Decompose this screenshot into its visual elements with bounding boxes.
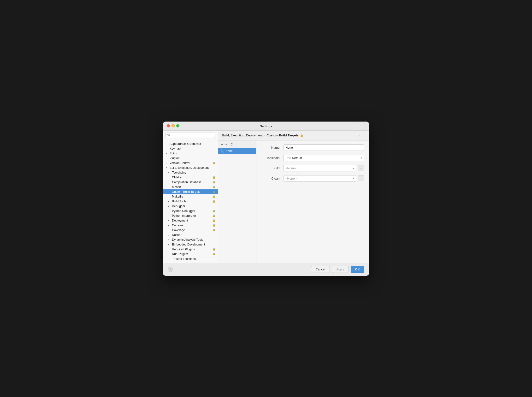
sidebar-item-coverage[interactable]: Coverage🔒 [163, 228, 218, 233]
sidebar-item-python-interpreter[interactable]: Python Interpreter🔒 [163, 213, 218, 218]
lock-icon: 🔒 [213, 248, 215, 250]
move-up-button[interactable]: ↑ [235, 142, 239, 147]
clean-row: Clean: <None> ▾ ... [261, 175, 364, 182]
chevron-icon: ▸ [168, 205, 171, 207]
move-down-button[interactable]: ↓ [239, 142, 243, 147]
sidebar-item-label: Plugins [169, 156, 215, 160]
sidebar-item-build-execution[interactable]: ▾Build, Execution, Deployment [163, 165, 218, 170]
sidebar-item-label: Run Targets [172, 252, 212, 256]
sidebar-tree: ▸Appearance & BehaviorKeymap▸EditorPlugi… [163, 140, 218, 263]
add-button[interactable]: + [220, 142, 224, 147]
build-row: Build: <None> ▾ ... [261, 165, 364, 171]
sidebar-item-label: CMake [172, 176, 212, 179]
list-item-label: None [225, 149, 233, 153]
sidebar-item-python-debugger[interactable]: Python Debugger🔒 [163, 209, 218, 213]
sidebar-item-console[interactable]: ▸Console🔒 [163, 223, 218, 228]
window-title: Settings [260, 124, 272, 128]
lock-icon: 🔒 [213, 210, 215, 212]
apply-button[interactable]: Apply [332, 266, 349, 273]
sidebar-item-embedded-dev[interactable]: ▸Embedded Development [163, 242, 218, 247]
sidebar-item-label: Toolchains [172, 171, 215, 174]
search-wrap[interactable]: 🔍 [165, 133, 215, 138]
nav-forward-button[interactable]: › [362, 133, 365, 138]
sidebar-item-plugins[interactable]: Plugins [163, 156, 218, 161]
list-items-area: 🔧None [218, 148, 256, 263]
breadcrumb-parent: Build, Execution, Deployment [222, 134, 263, 137]
sidebar-item-version-control[interactable]: ▸Version Control🔒 [163, 161, 218, 165]
sidebar-item-label: Debugger [172, 205, 215, 208]
sidebar-item-compilation-db[interactable]: Compilation Database🔒 [163, 180, 218, 185]
build-ellipsis-button[interactable]: ... [358, 165, 364, 171]
chevron-icon: ▸ [168, 219, 171, 222]
lock-icon: 🔒 [213, 176, 215, 179]
sidebar-item-required-plugins[interactable]: Required Plugins🔒 [163, 247, 218, 252]
clean-dropdown[interactable]: <None> ▾ [283, 175, 356, 182]
chevron-icon: ▸ [166, 162, 169, 164]
sidebar-item-appearance[interactable]: ▸Appearance & Behavior [163, 142, 218, 146]
sidebar-item-label: Console [172, 224, 212, 227]
ok-button[interactable]: OK [351, 266, 365, 273]
lock-icon: 🔒 [213, 229, 215, 231]
search-input[interactable] [171, 134, 213, 137]
sidebar-item-keymap[interactable]: Keymap [163, 146, 218, 151]
chevron-icon: ▸ [168, 243, 171, 246]
sidebar-item-run-targets[interactable]: Run Targets🔒 [163, 252, 218, 256]
sidebar-item-deployment[interactable]: ▸Deployment🔒 [163, 218, 218, 223]
nav-arrows: ‹ › [358, 133, 365, 138]
toolchain-dropdown[interactable]: UseDefault ▾ [283, 155, 364, 161]
sidebar-item-makefile[interactable]: Makefile🔒 [163, 194, 218, 199]
sidebar-item-label: Compilation Database [172, 180, 212, 184]
clean-dropdown-wrap: <None> ▾ ... [283, 175, 364, 182]
chevron-icon: ▸ [168, 224, 171, 227]
sidebar-item-docker[interactable]: ▸Docker [163, 233, 218, 237]
sidebar-item-label: Appearance & Behavior [169, 142, 215, 146]
remove-button[interactable]: − [225, 142, 229, 147]
sidebar-item-cmake[interactable]: CMake🔒 [163, 175, 218, 180]
name-label: Name: [261, 146, 280, 149]
help-button[interactable]: ? [168, 267, 173, 272]
sidebar-item-trusted-locations[interactable]: Trusted Locations [163, 256, 218, 261]
sidebar-item-label: Docker [172, 233, 215, 237]
build-value: <None> [285, 166, 296, 170]
sidebar-item-custom-build-targets[interactable]: Custom Build Targets🔒 [163, 189, 218, 194]
clean-value: <None> [285, 177, 296, 180]
sidebar-item-label: Build Tools [172, 200, 212, 203]
cancel-button[interactable]: Cancel [311, 266, 330, 273]
content-area: 🔍 ▸Appearance & BehaviorKeymap▸EditorPlu… [163, 131, 369, 263]
sidebar-item-label: Custom Build Targets [172, 190, 212, 193]
maximize-button[interactable] [176, 124, 179, 128]
panel-body: + − ⿻ ↑ ↓ 🔧None Name: [218, 141, 369, 263]
toolchain-use-label: UseDefault [285, 156, 302, 160]
sidebar-item-dynamic-analysis[interactable]: ▸Dynamic Analysis Tools [163, 237, 218, 242]
nav-back-button[interactable]: ‹ [358, 133, 361, 138]
close-button[interactable] [167, 124, 170, 128]
chevron-icon: ▸ [168, 171, 171, 174]
list-panel: + − ⿻ ↑ ↓ 🔧None [218, 141, 257, 263]
sidebar-item-label: Meson [172, 185, 212, 189]
sidebar-item-build-tools[interactable]: ▸Build Tools🔒 [163, 199, 218, 204]
breadcrumb-current: Custom Build Targets [266, 134, 299, 137]
sidebar-item-toolchains[interactable]: ▸Toolchains [163, 170, 218, 175]
lock-icon: 🔒 [213, 200, 215, 203]
settings-dialog: Settings 🔍 ▸Appearance & BehaviorKeymap▸… [163, 122, 369, 276]
sidebar-item-label: Editor [169, 152, 215, 155]
chevron-icon: ▸ [168, 200, 171, 203]
clean-ellipsis-button[interactable]: ... [358, 175, 364, 181]
sidebar: 🔍 ▸Appearance & BehaviorKeymap▸EditorPlu… [163, 131, 218, 263]
copy-button[interactable]: ⿻ [229, 142, 235, 147]
lock-icon: 🔒 [213, 224, 215, 227]
footer: ? Cancel Apply OK [163, 263, 369, 276]
name-input[interactable] [283, 144, 364, 151]
chevron-icon: ▸ [166, 152, 169, 155]
name-row: Name: [261, 144, 364, 151]
sidebar-item-debugger[interactable]: ▸Debugger [163, 204, 218, 209]
list-item[interactable]: 🔧None [218, 148, 256, 154]
build-dropdown[interactable]: <None> ▾ [283, 165, 356, 171]
chevron-icon: ▸ [168, 234, 171, 236]
sidebar-item-editor[interactable]: ▸Editor [163, 151, 218, 156]
build-label: Build: [261, 166, 280, 170]
minimize-button[interactable] [171, 124, 175, 128]
sidebar-item-meson[interactable]: Meson🔒 [163, 185, 218, 189]
build-chevron-icon: ▾ [353, 167, 354, 169]
lock-icon: 🔒 [213, 219, 215, 222]
